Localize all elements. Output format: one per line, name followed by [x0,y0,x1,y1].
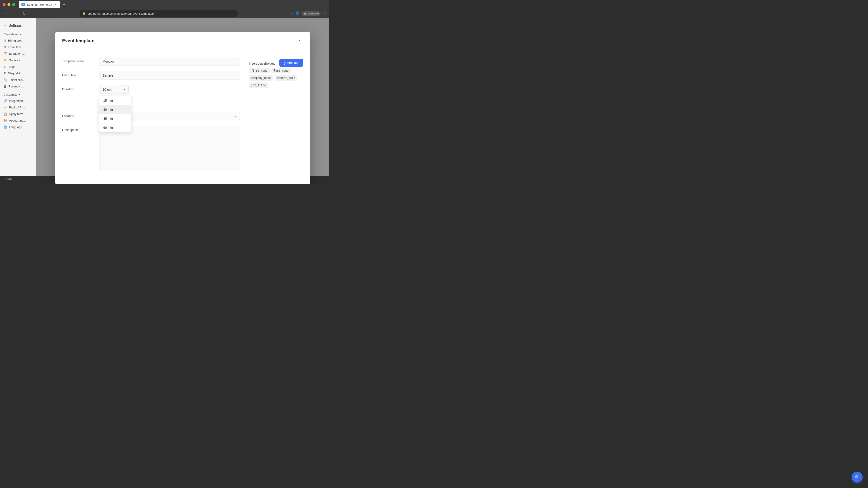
tab-title: Settings · Homerun [27,3,52,6]
chip-company-name[interactable]: company_name [249,75,273,80]
sidebar-item-label: Integration... [9,99,25,103]
tags-icon: 🏷 [4,65,6,68]
modal-overlay: Event template × Template name [36,18,329,176]
chip-first-name[interactable]: first_name [249,68,270,73]
integration-icon: 🔗 [4,99,7,103]
duration-option-15[interactable]: 15 min [99,96,131,105]
sidebar-item-label: Appearanc... [9,119,26,122]
duration-option-30[interactable]: 30 min [99,105,131,114]
description-label: Description [62,126,94,132]
sidebar-back-link[interactable]: ← Settings [0,22,36,29]
recent-icon: 🗑 [4,85,6,88]
window-minimize-button[interactable] [7,3,10,6]
template-name-input[interactable] [99,57,240,66]
event-template-modal: Event template × Template name [55,32,310,184]
language-icon: 🌐 [4,125,7,129]
description-row: Description [62,126,240,172]
event-icon: 📅 [4,52,7,55]
sidebar-item-integrations[interactable]: 🔗 Integration... [0,98,36,104]
sidebar-item-email-templates[interactable]: ✉ Email tem... [0,44,36,51]
duration-dropdown: 15 min 30 min 45 min 60 min [99,96,131,132]
chevron-down-icon: ▾ [19,93,20,96]
sidebar-item-talent-clips[interactable]: 📎 Talent clip... [0,76,36,83]
menu-icon[interactable]: ⋮ [322,11,327,16]
appearance-icon: 🎨 [4,119,7,122]
sidebar-item-tags[interactable]: 🏷 Tags [0,64,36,70]
back-arrow-icon: ← [4,24,7,27]
disqualify-icon: ✗ [4,72,6,75]
reload-button[interactable]: ↻ [21,10,27,17]
event-title-input[interactable] [99,71,240,80]
duration-option-60[interactable]: 60 min [99,123,131,132]
modal-close-button[interactable]: × [296,37,303,44]
sidebar-item-label: Hiring pro... [8,39,23,42]
url-bar[interactable]: 🔒 app.homerun.co/settings/calendar-event… [80,10,238,17]
sidebar-item-label: Language [9,125,22,129]
placeholder-chips-container: first_name last_name company_name sender… [249,68,303,88]
sidebar-item-label: Email tem... [8,45,24,49]
save-template-button[interactable]: y template [279,59,303,67]
event-title-label: Event title [62,71,94,77]
template-name-row: Template name [62,57,240,66]
sidebar-item-label: Tags [8,65,14,68]
tab-favicon: H [22,3,25,6]
chip-last-name[interactable]: last_name [272,68,291,73]
talent-icon: 📎 [4,78,7,82]
sidebar-item-recently-deleted[interactable]: 🗑 Recently d... [0,83,36,90]
chip-job-title[interactable]: job_title [249,83,268,88]
sidebar-item-label: Public API... [9,106,25,109]
api-icon: ⚡ [4,106,7,109]
sidebar-item-sources[interactable]: 📂 Sources [0,57,36,64]
template-name-label: Template name [62,57,94,63]
section-label: Candidates [4,33,19,36]
duration-row: Duration 30 min ▾ 15 min [62,85,240,94]
duration-select[interactable]: 30 min ▾ [99,85,129,94]
incognito-badge: 🕵 Incognito [302,11,320,16]
email-icon: ✉ [4,45,6,49]
event-title-row: Event title [62,71,240,80]
sidebar-item-hiring-process[interactable]: ⚙ Hiring pro... [0,37,36,44]
sidebar-item-appearance[interactable]: 🎨 Appearanc... [0,117,36,124]
window-close-button[interactable] [3,3,6,6]
tab-close-button[interactable]: × [54,3,57,6]
sidebar-item-disqualification[interactable]: ✗ Disqualific... [0,70,36,76]
brand-label: HOMR [4,178,12,181]
profile-icon[interactable]: 👤 [295,11,300,16]
window-maximize-button[interactable] [12,3,15,6]
form-icon: 📋 [4,112,7,116]
sidebar-item-language[interactable]: 🌐 Language [0,124,36,130]
sidebar-item-label: Disqualific... [8,72,24,75]
back-button[interactable]: ← [3,10,9,17]
forward-button[interactable]: → [12,10,18,17]
settings-sidebar: ← Settings Candidates ▾ ⚙ Hiring pro... … [0,18,36,176]
sidebar-item-public-api[interactable]: ⚡ Public API... [0,104,36,111]
sidebar-item-label: Event tem... [9,52,25,55]
hiring-icon: ⚙ [4,39,6,42]
chevron-down-icon: ▾ [235,115,237,118]
sidebar-header-label: Settings [8,24,22,28]
sidebar-section-customize[interactable]: Customize ▾ [0,92,36,98]
section-label: Customize [4,93,18,96]
sidebar-item-label: Recently d... [8,85,25,88]
modal-title: Event template [62,38,94,43]
placeholder-panel: y template Insert placeholder: first_nam… [249,57,303,177]
sidebar-item-label: Sources [9,59,20,62]
bookmark-icon[interactable]: ☆ [290,11,293,16]
url-text: app.homerun.co/settings/calendar-event-t… [88,12,154,15]
chevron-down-icon: ▾ [124,88,125,91]
duration-option-45[interactable]: 45 min [99,114,131,123]
duration-selected-value: 30 min [103,88,112,91]
sidebar-item-label: Apply form... [9,112,26,116]
location-row: Location ll ▾ [62,112,240,121]
chip-sender-name[interactable]: sender_name [275,75,297,80]
sidebar-item-event-templates[interactable]: 📅 Event tem... [0,51,36,57]
sources-icon: 📂 [4,59,7,62]
sidebar-item-apply-form[interactable]: 📋 Apply form... [0,111,36,117]
description-input[interactable] [99,126,240,171]
save-button-label: y template [284,61,299,65]
new-tab-button[interactable]: + [61,1,67,8]
location-label: Location [62,112,94,118]
browser-tab[interactable]: H Settings · Homerun × [19,1,60,8]
sidebar-section-candidates[interactable]: Candidates ▾ [0,31,36,37]
sidebar-item-label: Talent clip... [9,78,25,82]
